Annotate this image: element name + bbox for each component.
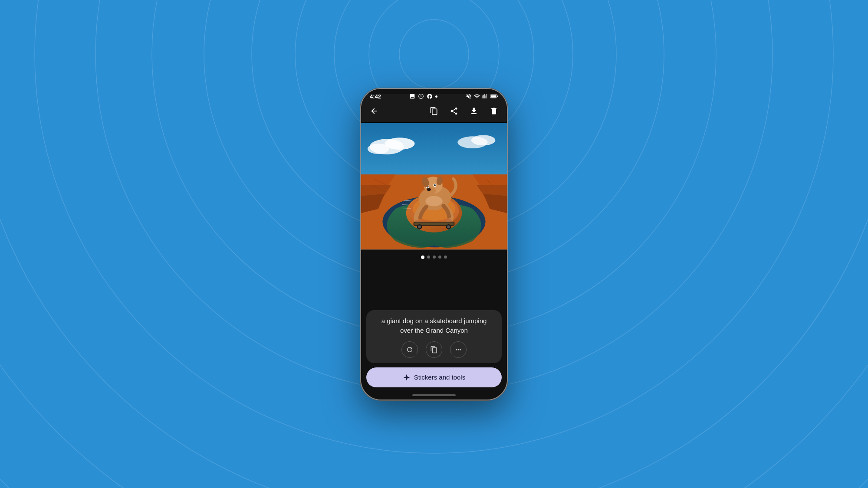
photo-status-icon [409,93,415,99]
more-options-button[interactable] [450,341,467,358]
svg-rect-14 [491,95,496,97]
status-bar: 4:42 [361,89,507,102]
stickers-button-label: Stickers and tools [414,373,465,381]
prompt-actions [374,341,494,358]
home-indicator [361,394,507,400]
dot-3[interactable] [433,255,436,259]
phone-frame: 4:42 [360,88,508,400]
delete-icon [490,107,498,115]
svg-point-43 [434,184,436,186]
dot-2[interactable] [427,255,430,259]
phone-screen: 4:42 [361,89,507,400]
svg-point-38 [427,188,431,191]
scene-illustration [361,122,507,250]
delete-button[interactable] [487,104,501,118]
svg-point-54 [447,225,450,228]
nav-left [367,104,381,118]
home-bar [412,394,456,396]
copy-prompt-button[interactable] [426,341,442,358]
facebook-status-icon [427,93,433,99]
copy-prompt-icon [430,346,438,354]
generated-image [361,122,507,250]
share-icon [450,107,458,115]
download-button[interactable] [467,104,481,118]
status-time: 4:42 [370,93,381,100]
notification-dot [435,95,437,98]
refresh-icon [406,346,414,354]
dot-5[interactable] [444,255,447,259]
download-icon [470,107,478,115]
mute-icon [466,93,472,99]
stickers-and-tools-button[interactable]: Stickers and tools [366,367,502,387]
sparkle-icon [403,373,411,381]
dot-1[interactable] [421,255,424,259]
more-icon [454,346,462,354]
nav-bar [361,102,507,122]
share-button[interactable] [447,104,461,118]
svg-point-18 [368,144,389,154]
svg-point-0 [399,20,469,89]
wifi-icon [474,93,480,99]
nav-right [427,104,501,118]
status-right-icons [466,93,498,99]
status-center-icons [409,93,437,99]
svg-point-17 [385,138,414,150]
prompt-card: a giant dog on a skateboard jumping over… [366,310,502,363]
battery-icon [490,94,498,99]
copy-icon [430,107,438,115]
back-button[interactable] [367,104,381,118]
svg-rect-13 [497,95,498,97]
middle-space [361,262,507,311]
back-icon [370,107,378,115]
signal-icon [482,93,488,99]
svg-point-20 [471,135,495,145]
dot-4[interactable] [438,255,441,259]
clock-status-icon [418,93,424,99]
svg-point-48 [425,196,443,206]
refresh-prompt-button[interactable] [401,341,418,358]
svg-point-52 [418,225,421,228]
pagination-dots [361,250,507,262]
prompt-text: a giant dog on a skateboard jumping over… [374,316,494,335]
copy-button[interactable] [427,104,441,118]
